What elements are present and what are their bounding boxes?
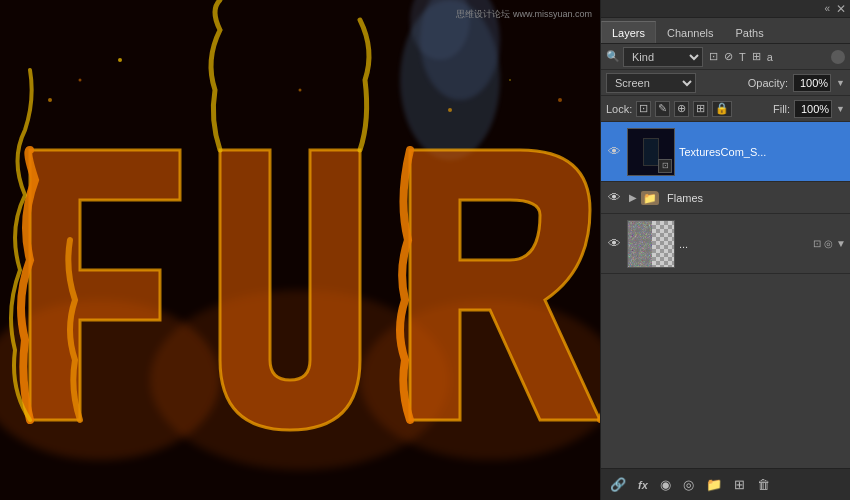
svg-point-10 [299,89,302,92]
layer-visibility-flames[interactable]: 👁 [605,189,623,207]
tab-paths[interactable]: Paths [725,21,775,43]
lock-transparent-btn[interactable]: ⊡ [636,101,651,117]
folder-button[interactable]: 📁 [703,474,725,496]
layer-extra-bottom: ⊡ ◎ ▼ [813,238,846,249]
layer-info-bottom: ... [679,238,809,250]
layer-name-textures: TexturesCom_S... [679,146,846,158]
filter-kind-dropdown[interactable]: Kind [623,47,703,67]
filter-text-icon[interactable]: T [738,51,747,63]
layer-extra-icon-3[interactable]: ▼ [836,238,846,249]
panel-collapse-icon[interactable]: « [824,3,830,14]
filter-adjust-icon[interactable]: ⊘ [723,50,734,63]
svg-point-9 [118,58,122,62]
filter-icons-row: ⊡ ⊘ T ⊞ a [708,50,774,63]
filter-shape-icon[interactable]: ⊞ [751,50,762,63]
group-arrow-flames[interactable]: ▶ [629,192,637,203]
lock-pixels-btn[interactable]: ✎ [655,101,670,117]
fx-button[interactable]: fx [635,474,651,496]
layer-thumbnail-bottom [627,220,675,268]
new-layer-button[interactable]: ⊞ [731,474,748,496]
layer-name-bottom: ... [679,238,809,250]
layer-visibility-bottom[interactable]: 👁 [605,235,623,253]
tab-layers[interactable]: Layers [601,21,656,43]
layer-name-flames: Flames [667,192,703,204]
panel-header-bar: « ✕ [601,0,850,18]
canvas-area: 思维设计论坛 www.missyuan.com [0,0,600,500]
layer-thumbnail-textures: ⊡ [627,128,675,176]
tabs-row: Layers Channels Paths [601,18,850,44]
panel-close-icon[interactable]: ✕ [836,2,846,16]
svg-point-13 [558,98,562,102]
layer-item-bottom[interactable]: 👁 ... ⊡ ◎ ▼ [601,214,850,274]
svg-point-8 [79,79,82,82]
fill-input[interactable] [794,100,832,118]
svg-point-12 [509,79,511,81]
layer-extra-icon-1[interactable]: ⊡ [813,238,821,249]
panel-toolbar: 🔗 fx ◉ ◎ 📁 ⊞ 🗑 [601,468,850,500]
filter-pixel-icon[interactable]: ⊡ [708,50,719,63]
mask-button[interactable]: ◉ [657,474,674,496]
svg-point-11 [448,108,452,112]
lock-label: Lock: [606,103,632,115]
filter-smart-icon[interactable]: a [766,51,774,63]
blend-row: Screen Normal Multiply Opacity: ▼ [601,70,850,96]
layer-extra-icon-2[interactable]: ◎ [824,238,833,249]
opacity-label: Opacity: [748,77,788,89]
fill-arrow[interactable]: ▼ [836,104,845,114]
layer-visibility-textures[interactable]: 👁 [605,143,623,161]
svg-point-7 [48,98,52,102]
link-button[interactable]: 🔗 [607,474,629,496]
fill-label: Fill: [773,103,790,115]
layer-group-flames[interactable]: 👁 ▶ 📁 Flames [601,182,850,214]
eye-icon-textures: 👁 [608,144,621,159]
adjustment-button[interactable]: ◎ [680,474,697,496]
filter-toggle[interactable] [831,50,845,64]
blend-mode-dropdown[interactable]: Screen Normal Multiply [606,73,696,93]
lock-row: Lock: ⊡ ✎ ⊕ ⊞ 🔒 Fill: ▼ [601,96,850,122]
lock-all-btn[interactable]: 🔒 [712,101,732,117]
layer-info-textures: TexturesCom_S... [679,146,846,158]
eye-icon-flames: 👁 [608,190,621,205]
layers-list[interactable]: 👁 ⊡ TexturesCom_S... 👁 ▶ 📁 Flames [601,122,850,468]
opacity-arrow[interactable]: ▼ [836,78,845,88]
search-icon: 🔍 [606,50,620,63]
watermark: 思维设计论坛 www.missyuan.com [456,8,592,21]
tab-channels[interactable]: Channels [656,21,724,43]
folder-icon-flames: 📁 [641,191,659,205]
delete-button[interactable]: 🗑 [754,474,773,496]
layers-panel: « ✕ Layers Channels Paths 🔍 Kind ⊡ ⊘ T ⊞… [600,0,850,500]
eye-icon-bottom: 👁 [608,236,621,251]
opacity-input[interactable] [793,74,831,92]
filter-row: 🔍 Kind ⊡ ⊘ T ⊞ a [601,44,850,70]
lock-position-btn[interactable]: ⊕ [674,101,689,117]
lock-icons: ⊡ ✎ ⊕ ⊞ 🔒 [636,101,732,117]
layer-item-textures[interactable]: 👁 ⊡ TexturesCom_S... [601,122,850,182]
lock-artboards-btn[interactable]: ⊞ [693,101,708,117]
